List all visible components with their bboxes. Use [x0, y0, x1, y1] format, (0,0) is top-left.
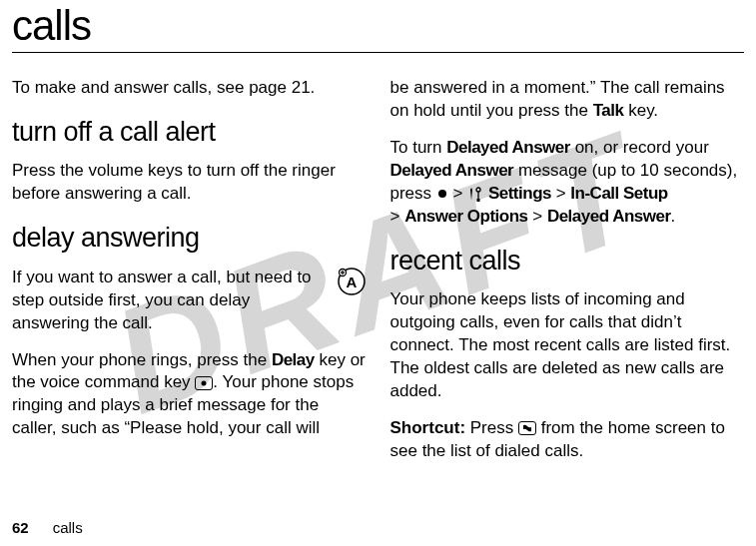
column-left: To make and answer calls, see page 21. t…: [12, 77, 367, 477]
turn-off-body: Press the volume keys to turn off the ri…: [12, 160, 367, 206]
delay-p1-container: A If you want to answer a call, but need…: [12, 267, 367, 335]
answer-options-label: Answer Options: [404, 207, 527, 226]
gt2: >: [551, 184, 570, 203]
settings-label: Settings: [488, 184, 551, 203]
page-title: calls: [12, 2, 744, 53]
delay-key-label: Delay: [272, 350, 315, 369]
svg-text:A: A: [346, 273, 357, 290]
page-content: calls To make and answer calls, see page…: [0, 0, 756, 477]
settings-tools-icon: [468, 184, 482, 204]
delayed-answer-1: Delayed Answer: [446, 138, 570, 157]
col2-p2-a: To turn: [390, 138, 447, 157]
col2-p2-b: on, or record your: [570, 138, 709, 157]
section-heading-delay: delay answering: [12, 220, 367, 256]
shortcut-b: Press: [465, 418, 518, 437]
shortcut-label: Shortcut:: [390, 418, 466, 437]
col2-p2: To turn Delayed Answer on, or record you…: [390, 137, 745, 229]
delay-p1-text: If you want to answer a call, but need t…: [12, 268, 312, 332]
svg-point-6: [476, 188, 480, 192]
recent-shortcut: Shortcut: Press from the home screen to …: [390, 417, 745, 463]
page-footer: 62calls: [12, 519, 83, 536]
section-heading-recent: recent calls: [390, 243, 745, 278]
gt4: >: [528, 207, 547, 226]
svg-rect-8: [477, 199, 480, 202]
gt1: >: [448, 184, 467, 203]
delay-p2-a: When your phone rings, press the: [12, 350, 272, 369]
column-right: be answered in a moment.” The call remai…: [390, 77, 745, 477]
svg-point-5: [202, 380, 207, 385]
recent-p1: Your phone keeps lists of incoming and o…: [390, 288, 745, 403]
two-column-layout: To make and answer calls, see page 21. t…: [12, 77, 744, 477]
footer-section-label: calls: [53, 519, 83, 536]
col2-p1-b: key.: [623, 101, 658, 120]
delayed-answer-3: Delayed Answer: [547, 207, 671, 226]
section-heading-turn-off: turn off a call alert: [12, 114, 367, 150]
voice-command-key-icon: [195, 376, 213, 390]
center-key-icon: [438, 190, 446, 198]
period: .: [671, 207, 676, 226]
incall-setup-label: In-Call Setup: [570, 184, 667, 203]
col2-p1: be answered in a moment.” The call remai…: [390, 77, 745, 123]
gt3: >: [390, 207, 405, 226]
feature-badge-icon: A: [337, 267, 367, 296]
talk-key-label: Talk: [593, 101, 624, 120]
page-number: 62: [12, 519, 29, 536]
delay-p2: When your phone rings, press the Delay k…: [12, 349, 367, 441]
col2-p1-a: be answered in a moment.” The call remai…: [390, 78, 725, 120]
send-key-icon: [518, 421, 536, 435]
delayed-answer-2: Delayed Answer: [390, 161, 514, 180]
intro-paragraph: To make and answer calls, see page 21.: [12, 77, 367, 100]
